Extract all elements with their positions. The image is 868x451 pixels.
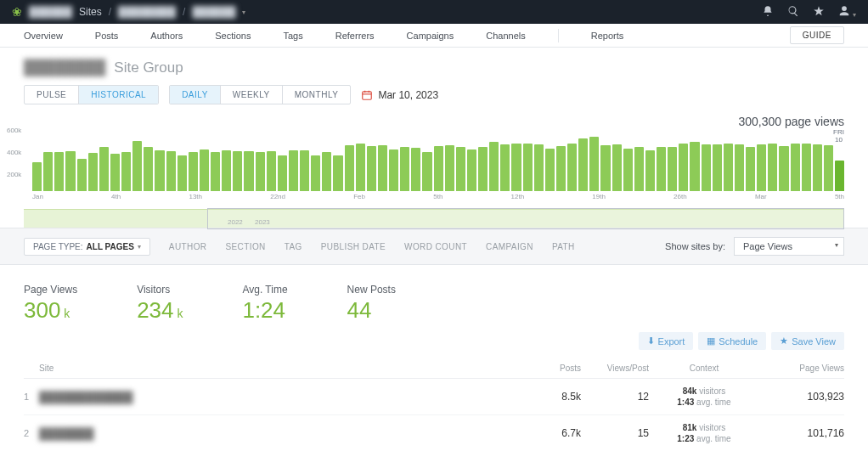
bar[interactable] (121, 152, 131, 191)
bar[interactable] (702, 144, 711, 191)
bell-icon[interactable] (762, 5, 774, 20)
bar[interactable] (178, 155, 187, 191)
bar[interactable] (65, 151, 75, 191)
filter-publish-date[interactable]: PUBLISH DATE (321, 242, 386, 251)
pagetype-filter[interactable]: PAGE TYPE: ALL PAGES ▾ (24, 238, 150, 256)
bar[interactable] (132, 141, 142, 191)
filter-section[interactable]: SECTION (225, 242, 265, 251)
bar[interactable] (589, 137, 599, 191)
bar[interactable] (713, 144, 722, 191)
subnav-campaigns[interactable]: Campaigns (407, 31, 454, 41)
bar[interactable] (43, 152, 53, 191)
bar[interactable] (478, 147, 488, 191)
bar[interactable] (144, 147, 153, 191)
bar[interactable] (824, 145, 833, 191)
filter-path[interactable]: PATH (552, 242, 575, 251)
bar[interactable] (300, 150, 309, 191)
table-row[interactable]: 2 ███████ 6.7k 15 81k visitors1:23 avg. … (24, 415, 844, 451)
bar[interactable] (367, 146, 376, 191)
bar[interactable] (311, 155, 320, 191)
bar[interactable] (757, 144, 766, 191)
bar[interactable] (88, 153, 98, 191)
bar[interactable] (389, 149, 398, 191)
bar[interactable] (746, 147, 755, 191)
bar[interactable] (545, 149, 555, 191)
star-icon[interactable] (813, 5, 825, 20)
bar[interactable] (567, 144, 577, 191)
bar[interactable] (32, 162, 42, 191)
bar[interactable] (211, 152, 220, 191)
bar[interactable] (244, 151, 253, 191)
bar[interactable] (189, 152, 198, 191)
bar[interactable] (690, 142, 699, 191)
bar[interactable] (155, 150, 164, 191)
range-selector[interactable]: 2022 2023 (24, 209, 844, 228)
filter-campaign[interactable]: CAMPAIGN (486, 242, 533, 251)
chevron-down-icon[interactable]: ▾ (242, 8, 245, 16)
bar[interactable] (612, 144, 622, 191)
bar[interactable] (434, 146, 443, 191)
bar[interactable] (378, 145, 387, 191)
bar[interactable] (278, 155, 287, 191)
tab-daily[interactable]: DAILY (170, 86, 221, 104)
bar[interactable] (54, 152, 64, 191)
bar[interactable] (110, 154, 120, 191)
th-page-views[interactable]: Page Views (759, 364, 844, 373)
sites-link[interactable]: Sites (79, 6, 102, 18)
subnav-sections[interactable]: Sections (215, 31, 251, 41)
date-picker[interactable]: Mar 10, 2023 (361, 89, 438, 101)
bar[interactable] (445, 145, 454, 191)
subnav-reports[interactable]: Reports (591, 31, 624, 41)
subnav-posts[interactable]: Posts (95, 31, 119, 41)
filter-author[interactable]: AUTHOR (169, 242, 207, 251)
logo-icon[interactable]: ❀ (12, 5, 22, 19)
th-context[interactable]: Context (649, 364, 759, 373)
bar[interactable] (634, 147, 644, 191)
bar[interactable] (467, 149, 476, 191)
user-menu-icon[interactable]: ▾ (838, 5, 856, 20)
filter-word-count[interactable]: WORD COUNT (404, 242, 467, 251)
bar[interactable] (600, 145, 610, 191)
bar[interactable] (735, 144, 744, 191)
bar[interactable] (500, 144, 510, 191)
subnav-tags[interactable]: Tags (283, 31, 302, 41)
bar[interactable] (511, 144, 521, 191)
bar[interactable] (289, 150, 298, 191)
bar[interactable] (345, 145, 354, 191)
bar[interactable] (99, 147, 109, 191)
th-views-post[interactable]: Views/Post (581, 364, 649, 373)
save-view-button[interactable]: ★Save View (771, 332, 844, 350)
table-row[interactable]: 1 ████████████ 8.5k 12 84k visitors1:43 … (24, 379, 844, 415)
bar[interactable] (791, 144, 800, 191)
subnav-referrers[interactable]: Referrers (335, 31, 375, 41)
bar[interactable] (802, 144, 811, 191)
bar[interactable] (222, 150, 231, 191)
bar[interactable] (556, 146, 566, 191)
bar[interactable] (356, 144, 365, 191)
tab-weekly[interactable]: WEEKLY (221, 86, 283, 104)
th-posts[interactable]: Posts (513, 364, 581, 373)
bar[interactable] (77, 159, 87, 191)
bar[interactable] (322, 152, 331, 191)
export-button[interactable]: ⬇Export (639, 332, 694, 350)
bar[interactable] (333, 155, 342, 191)
bar[interactable] (813, 144, 822, 191)
bar[interactable] (233, 151, 242, 191)
range-handle[interactable] (207, 208, 844, 229)
bar[interactable] (657, 147, 666, 191)
brand-name[interactable]: ██████ (29, 6, 72, 18)
bar[interactable] (456, 147, 465, 191)
bar[interactable] (534, 144, 544, 191)
search-icon[interactable] (787, 5, 799, 20)
bar[interactable] (779, 146, 788, 191)
bar[interactable] (645, 150, 655, 191)
bar[interactable] (166, 151, 176, 191)
subnav-overview[interactable]: Overview (24, 31, 63, 41)
guide-button[interactable]: GUIDE (790, 26, 844, 44)
bar[interactable] (523, 144, 533, 191)
bar[interactable] (768, 144, 777, 191)
show-sites-select[interactable]: Page Views (734, 237, 844, 256)
tab-pulse[interactable]: PULSE (25, 86, 79, 104)
breadcrumb-group[interactable]: ████████ (118, 6, 176, 18)
row-site[interactable]: ███████ (39, 427, 513, 440)
